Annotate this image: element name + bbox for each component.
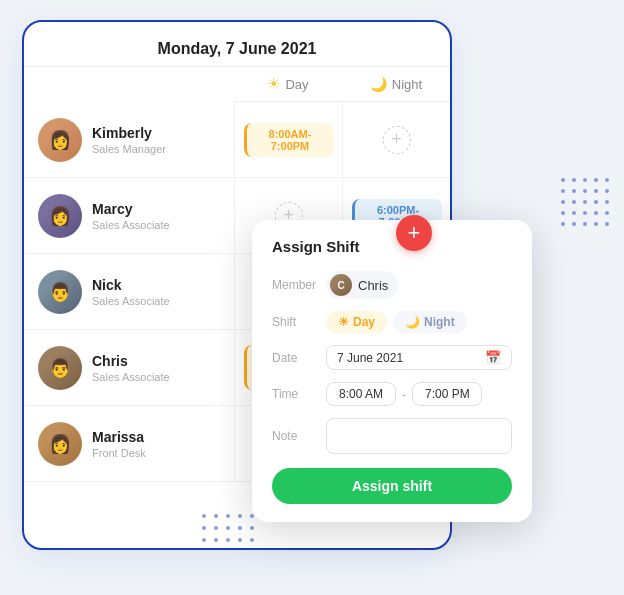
- employee-info-marissa: 👩 Marissa Front Desk: [24, 422, 234, 466]
- time-fields: 8:00 AM - 7:00 PM: [326, 382, 482, 406]
- employee-info-nick: 👨 Nick Sales Associate: [24, 270, 234, 314]
- assign-shift-button[interactable]: Assign shift: [272, 468, 512, 504]
- time-end-field[interactable]: 7:00 PM: [412, 382, 482, 406]
- employee-name: Nick: [92, 277, 170, 293]
- avatar: 👨: [38, 270, 82, 314]
- moon-icon: 🌙: [370, 76, 387, 92]
- date-field[interactable]: 7 June 2021 📅: [326, 345, 512, 370]
- day-label: Day: [285, 77, 308, 92]
- avatar: 👨: [38, 346, 82, 390]
- time-label: Time: [272, 387, 326, 401]
- member-chip: C Chris: [326, 271, 398, 299]
- employee-info-kimberly: 👩 Kimberly Sales Manager: [24, 118, 234, 162]
- employee-role: Sales Associate: [92, 295, 170, 307]
- night-tab-label: Night: [424, 315, 455, 329]
- avatar: 👩: [38, 422, 82, 466]
- night-column-header: 🌙 Night: [342, 67, 450, 101]
- avatar: 👩: [38, 194, 82, 238]
- shift-cell-day: 8:00AM-7:00PM: [234, 102, 342, 178]
- employee-role: Sales Associate: [92, 219, 170, 231]
- shift-row: Shift ☀ Day 🌙 Night: [272, 311, 512, 333]
- employee-info-marcy: 👩 Marcy Sales Associate: [24, 194, 234, 238]
- date-label: Date: [272, 351, 326, 365]
- time-row: Time 8:00 AM - 7:00 PM: [272, 382, 512, 406]
- night-tab[interactable]: 🌙 Night: [393, 311, 467, 333]
- calendar-icon: 📅: [485, 350, 501, 365]
- decoration-dots: [561, 178, 612, 229]
- employee-name: Kimberly: [92, 125, 166, 141]
- assign-shift-panel: Assign Shift Member C Chris Shift ☀ Day: [252, 220, 532, 522]
- employee-role: Sales Associate: [92, 371, 170, 383]
- day-shift-badge: 8:00AM-7:00PM: [244, 123, 334, 157]
- shift-label: Shift: [272, 315, 326, 329]
- day-tab-label: Day: [353, 315, 375, 329]
- member-name: Chris: [358, 278, 388, 293]
- note-label: Note: [272, 429, 326, 443]
- add-night-shift-button[interactable]: +: [383, 126, 411, 154]
- member-avatar: C: [330, 274, 352, 296]
- employee-role: Sales Manager: [92, 143, 166, 155]
- sun-icon: ☀: [267, 75, 280, 93]
- date-row: Date 7 June 2021 📅: [272, 345, 512, 370]
- time-start-field[interactable]: 8:00 AM: [326, 382, 396, 406]
- decoration-dots-bottom: [202, 514, 257, 545]
- employee-info-chris: 👨 Chris Sales Associate: [24, 346, 234, 390]
- calendar-date: Monday, 7 June 2021: [24, 22, 450, 67]
- employee-name: Chris: [92, 353, 170, 369]
- fab-button[interactable]: +: [396, 215, 432, 251]
- shift-header: ☀ Day 🌙 Night: [234, 67, 450, 102]
- shift-time: 8:00AM-7:00PM: [255, 128, 326, 152]
- member-label: Member: [272, 278, 326, 292]
- sun-icon-tab: ☀: [338, 315, 349, 329]
- note-row: Note: [272, 418, 512, 454]
- avatar: 👩: [38, 118, 82, 162]
- moon-icon-tab: 🌙: [405, 315, 420, 329]
- shift-toggle: ☀ Day 🌙 Night: [326, 311, 467, 333]
- time-separator: -: [402, 387, 406, 402]
- night-label: Night: [392, 77, 422, 92]
- note-input[interactable]: [326, 418, 512, 454]
- panel-title: Assign Shift: [272, 238, 512, 255]
- employee-name: Marissa: [92, 429, 146, 445]
- employee-role: Front Desk: [92, 447, 146, 459]
- day-column-header: ☀ Day: [234, 67, 342, 101]
- date-value: 7 June 2021: [337, 351, 403, 365]
- member-row: Member C Chris: [272, 271, 512, 299]
- shift-cell-night[interactable]: +: [342, 102, 450, 178]
- table-row: 👩 Kimberly Sales Manager 8:00AM-7:00PM +: [24, 102, 450, 178]
- employee-name: Marcy: [92, 201, 170, 217]
- day-tab[interactable]: ☀ Day: [326, 311, 387, 333]
